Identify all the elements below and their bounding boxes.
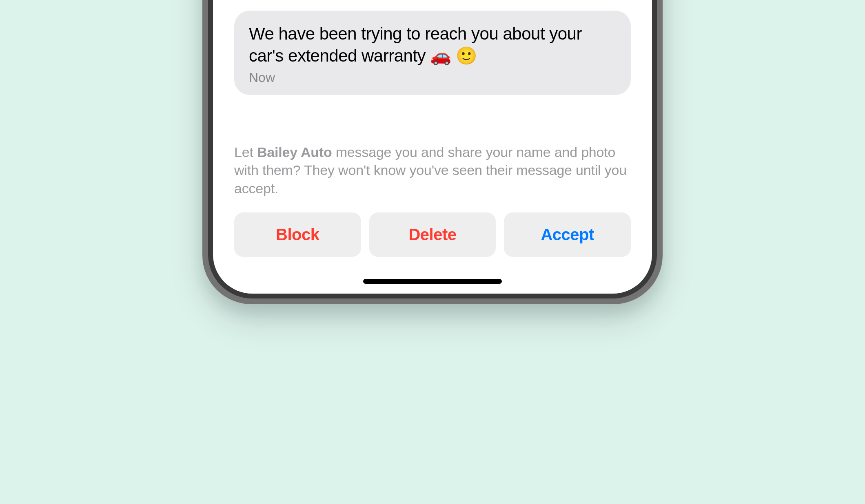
incoming-message-bubble[interactable]: We have been trying to reach you about y… (234, 11, 631, 95)
prompt-prefix: Let (234, 144, 257, 160)
action-button-row: Block Delete Accept (234, 212, 631, 257)
phone-device-frame: We have been trying to reach you about y… (202, 0, 663, 304)
messages-content: We have been trying to reach you about y… (213, 11, 652, 294)
message-timestamp: Now (249, 70, 616, 85)
block-button[interactable]: Block (234, 212, 361, 257)
accept-button[interactable]: Accept (504, 212, 631, 257)
phone-screen: We have been trying to reach you about y… (213, 0, 652, 294)
delete-button[interactable]: Delete (369, 212, 496, 257)
phone-inner-border: We have been trying to reach you about y… (208, 0, 657, 298)
message-text: We have been trying to reach you about y… (249, 23, 616, 67)
unknown-sender-prompt: Let Bailey Auto message you and share yo… (234, 143, 631, 198)
sender-name: Bailey Auto (257, 144, 332, 160)
home-indicator[interactable] (363, 279, 502, 284)
